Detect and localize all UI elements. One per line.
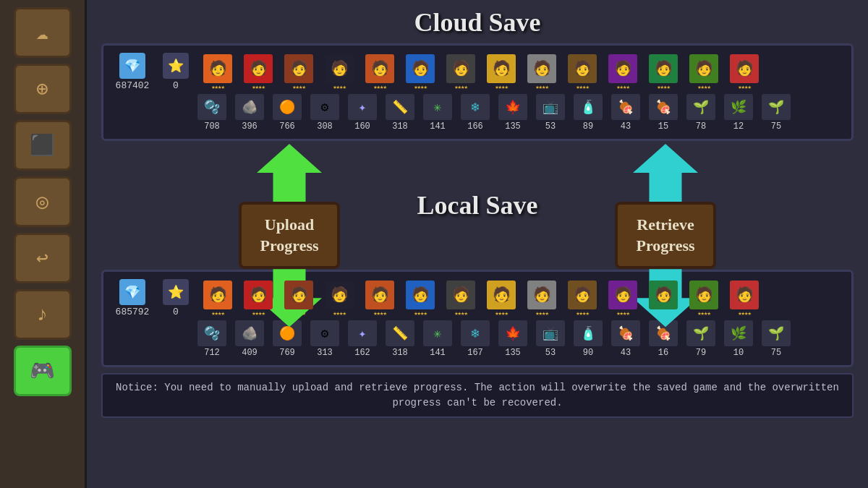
cloud-char-7: 🧑 ★★★★ (443, 54, 478, 90)
retrieve-btn-label: RetrieveProgress (635, 215, 696, 256)
cloud-stars-icon: ⭐ (163, 53, 189, 79)
char-icon-5: 🧑 (365, 54, 394, 83)
cloud-item-8: ❄ 166 (458, 94, 493, 132)
char-icon-12: 🧑 (649, 54, 678, 83)
cloud-char-5: 🧑 ★★★★ (362, 54, 397, 90)
upload-arrow-up (257, 144, 322, 202)
cloud-item-icon-10: 📺 (536, 94, 565, 120)
cloud-item-count-16: 75 (771, 121, 781, 132)
cloud-char-4: 🧑 ★★★★ (322, 54, 357, 90)
main-content: Cloud Save 💎 687402 ⭐ 0 🧑 ★★★★ 🧑 ★★★★ (87, 0, 868, 488)
target-icon: ⊕ (36, 77, 48, 101)
cloud-item-3: 🟠 766 (270, 94, 305, 132)
local-stars-block: ⭐ 0 (157, 279, 195, 317)
cloud-item-icon-5: ✦ (348, 94, 377, 120)
cloud-item-icon-11: 🧴 (574, 94, 603, 120)
cloud-item-count-1: 708 (204, 121, 220, 132)
local-item-6: 📏 318 (383, 320, 417, 358)
cloud-item-icon-16: 🌱 (762, 94, 791, 120)
cloud-item-count-6: 318 (392, 121, 408, 132)
notice-text: Notice: You need to manually upload and … (113, 380, 842, 411)
cloud-coins-block: 💎 687402 (114, 53, 151, 91)
cloud-char-12: 🧑 ★★★★ (646, 54, 681, 90)
cloud-item-count-4: 308 (317, 121, 333, 132)
cloud-icon: ☁ (36, 20, 48, 45)
char-icon-7: 🧑 (446, 54, 475, 83)
page-title: Cloud Save (414, 7, 540, 38)
sidebar-btn-cloud[interactable]: ☁ (14, 7, 72, 58)
cloud-item-count-7: 141 (430, 121, 446, 132)
cloud-char-2: 🧑 ★★★★ (241, 54, 276, 90)
cloud-item-12: 🍖 43 (608, 94, 643, 132)
local-char-10: 🧑 ★★★★ (565, 281, 600, 317)
action-section: UploadProgress Local Save RetrieveProgre… (101, 144, 854, 267)
char-icon-11: 🧑 (608, 54, 637, 83)
cloud-char-8: 🧑 ★★★★ (484, 54, 519, 90)
local-item-1: 🫧 712 (195, 320, 229, 358)
cloud-item-icon-13: 🍖 (649, 94, 678, 120)
sidebar-btn-inventory[interactable]: ⬛ (14, 120, 72, 171)
local-save-panel: 💎 685792 ⭐ 0 🧑 ★★★★ 🧑 ★★★★ 🧑 ★★★★ 🧑 ★ (101, 270, 854, 367)
sidebar-btn-gamepad[interactable]: 🎮 (14, 346, 72, 396)
cloud-item-count-14: 78 (696, 121, 706, 132)
char-icon-1: 🧑 (203, 54, 232, 83)
local-save-title: Local Save (417, 190, 538, 221)
cloud-item-count-11: 89 (583, 121, 593, 132)
gamepad-icon: 🎮 (30, 359, 55, 383)
cloud-char-10: 🧑 ★★★★ (565, 54, 600, 90)
local-char-7: 🧑 ★★★★ (443, 281, 478, 317)
sound-icon: ♪ (36, 304, 48, 326)
local-coins-block: 💎 685792 (114, 279, 151, 317)
char-icon-2: 🧑 (244, 54, 273, 83)
upload-button[interactable]: UploadProgress (239, 202, 340, 269)
char-icon-13: 🧑 (689, 54, 718, 83)
char-icon-6: 🧑 (406, 54, 435, 83)
cloud-char-9: 🧑 ★★★★ (524, 54, 559, 90)
char-icon-3: 🧑 (284, 54, 313, 83)
cloud-char-14: 🧑 ★★★★ (727, 54, 762, 90)
cloud-item-2: 🪨 396 (232, 94, 267, 132)
cloud-item-13: 🍖 15 (646, 94, 681, 132)
cloud-item-count-3: 766 (279, 121, 295, 132)
local-char-1: 🧑 ★★★★ (200, 281, 235, 317)
cloud-item-count-9: 135 (505, 121, 521, 132)
notice-bar: Notice: You need to manually upload and … (101, 373, 854, 418)
char-icon-14: 🧑 (730, 54, 759, 83)
char-icon-8: 🧑 (487, 54, 516, 83)
cloud-item-count-15: 12 (733, 121, 744, 132)
sidebar-btn-globe[interactable]: ◎ (14, 176, 72, 227)
char-icon-4: 🧑 (325, 54, 354, 83)
cloud-item-icon-3: 🟠 (273, 94, 302, 120)
sidebar-btn-target[interactable]: ⊕ (14, 64, 72, 114)
retrieve-button[interactable]: RetrieveProgress (615, 202, 716, 269)
sidebar-btn-hook[interactable]: ↩ (14, 233, 72, 283)
sidebar: ☁ ⊕ ⬛ ◎ ↩ ♪ 🎮 (0, 0, 87, 488)
local-coins-icon: 💎 (119, 279, 145, 305)
local-item-11: 🧴 90 (571, 320, 605, 358)
sidebar-btn-sound[interactable]: ♪ (14, 289, 72, 340)
cloud-item-icon-8: ❄ (461, 94, 490, 120)
cloud-item-count-2: 396 (242, 121, 258, 132)
cloud-item-6: 📏 318 (383, 94, 417, 132)
local-item-5: ✦ 162 (345, 320, 380, 358)
local-stars-icon: ⭐ (163, 279, 189, 305)
cloud-char-13: 🧑 ★★★★ (686, 54, 721, 90)
cloud-item-7: ✳ 141 (420, 94, 455, 132)
upload-btn-label: UploadProgress (259, 215, 320, 256)
cloud-item-16: 🌱 75 (759, 94, 793, 132)
cloud-item-9: 🍁 135 (495, 94, 530, 132)
char-icon-10: 🧑 (568, 54, 597, 83)
cloud-item-14: 🌱 78 (684, 94, 718, 132)
cloud-item-icon-7: ✳ (423, 94, 452, 120)
local-item-9: 🍁 135 (495, 320, 530, 358)
cloud-coins-icon: 💎 (119, 53, 145, 79)
local-char-8: 🧑 ★★★★ (484, 281, 519, 317)
cloud-item-icon-9: 🍁 (498, 94, 527, 120)
cloud-item-4: ⚙ 308 (307, 94, 342, 132)
local-stars-value: 0 (173, 307, 179, 317)
local-item-10: 📺 53 (533, 320, 568, 358)
local-char-6: 🧑 ★★★★ (403, 281, 438, 317)
cloud-item-15: 🌿 12 (721, 94, 756, 132)
local-item-16: 🌱 75 (759, 320, 793, 358)
local-char-14: 🧑 ★★★★ (727, 281, 762, 317)
